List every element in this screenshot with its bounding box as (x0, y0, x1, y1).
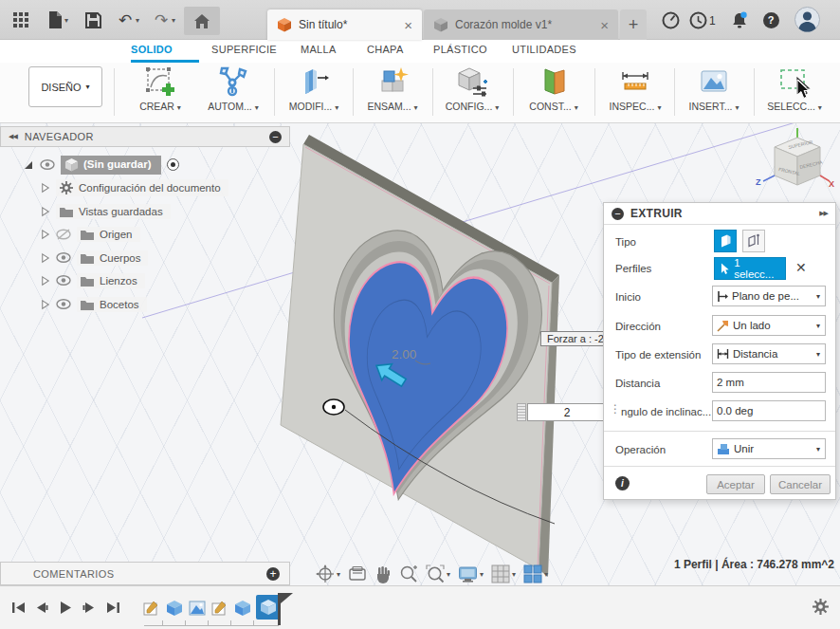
playhead-flag-icon[interactable] (281, 593, 294, 604)
document-tab-inactive[interactable]: Corazón molde v1* × (424, 9, 618, 40)
expand-arrow-icon[interactable] (40, 229, 50, 240)
timeline-feature-extrude-2[interactable] (233, 599, 252, 618)
toolbar-group-construir[interactable]: CONST... ▾ (517, 64, 591, 112)
comments-panel[interactable]: COMENTARIOS + (0, 562, 290, 585)
timeline-feature-sketch-2[interactable] (210, 599, 229, 618)
toolbar-group-configurar[interactable]: CONFIG... ▾ (435, 64, 509, 112)
collapse-dialog-icon[interactable]: − (612, 208, 624, 220)
add-comment-icon[interactable]: + (266, 567, 280, 581)
taper-angle-field[interactable]: 0.0 deg (712, 400, 826, 421)
redo-caret-icon[interactable]: ▾ (172, 16, 175, 25)
timeline-play-button[interactable] (57, 600, 74, 615)
distance-field[interactable]: 2 mm (712, 372, 826, 393)
visibility-eye-icon[interactable] (40, 159, 55, 170)
toolbar-group-crear[interactable]: CREAR ▾ (123, 64, 197, 112)
tree-root-row[interactable]: (Sin guardar) (23, 155, 179, 175)
distance-input-grip[interactable] (517, 403, 526, 421)
file-caret-icon[interactable]: ▾ (64, 16, 68, 25)
toolbar-group-modificar[interactable]: MODIFI... ▾ (277, 64, 351, 112)
tab-solido[interactable]: SOLIDO (131, 44, 173, 55)
new-tab-button[interactable]: + (620, 9, 647, 40)
tree-item-bocetos[interactable]: Bocetos (40, 294, 147, 314)
tab-malla[interactable]: MALLA (301, 44, 337, 55)
design-workspace-selector[interactable]: DISEÑO ▾ (28, 66, 102, 107)
info-icon[interactable]: i (615, 476, 630, 490)
zoom-window-button[interactable]: ▾ (424, 564, 452, 584)
tree-item-lienzos[interactable]: Lienzos (40, 270, 145, 290)
extrude-type-solid-button[interactable] (714, 230, 737, 252)
extent-type-select[interactable]: Distancia ▾ (712, 343, 826, 364)
collapse-panel-icon[interactable]: ◀◀ (9, 133, 17, 140)
close-tab-icon[interactable]: × (404, 18, 412, 32)
timeline-go-end-button[interactable] (104, 600, 121, 615)
zoom-button[interactable] (397, 564, 420, 584)
file-menu-button[interactable] (46, 10, 64, 29)
direction-select[interactable]: Un lado ▾ (712, 315, 826, 336)
grid-snap-button[interactable]: ▾ (489, 564, 518, 584)
extrude-type-thin-button[interactable] (742, 230, 765, 252)
tree-item-configuracion[interactable]: Configuración del documento (40, 177, 228, 197)
distance-value-input[interactable]: 2 (527, 403, 607, 421)
start-select[interactable]: Plano de pe... ▾ (712, 286, 826, 306)
app-grid-menu-icon[interactable] (11, 10, 30, 29)
timeline-step-forward-button[interactable] (81, 600, 98, 615)
toolbar-group-automatizar[interactable]: AUTOM... ▾ (196, 64, 270, 112)
clear-selection-icon[interactable]: ✕ (795, 260, 807, 275)
job-status-button[interactable] (688, 10, 707, 29)
look-at-button[interactable] (346, 564, 369, 583)
user-avatar[interactable] (794, 7, 820, 35)
display-settings-button[interactable]: ▾ (456, 564, 485, 584)
redo-button[interactable]: ↷ (152, 10, 171, 29)
toolbar-group-ensamblar[interactable]: ENSAM... ▾ (356, 64, 429, 112)
timeline-feature-canvas[interactable] (188, 599, 207, 618)
toolbar-group-insertar[interactable]: INSERT... ▾ (677, 64, 751, 112)
visibility-eye-icon[interactable] (56, 299, 71, 309)
tab-utilidades[interactable]: UTILIDADES (512, 44, 576, 55)
drag-handle-icon[interactable]: ⋮ (610, 402, 621, 416)
orbit-button[interactable]: ▾ (314, 564, 342, 584)
minimize-panel-icon[interactable]: − (269, 131, 282, 143)
timeline-step-back-button[interactable] (33, 600, 50, 615)
viewport-canvas[interactable]: 2.00 SUPERIOR FRONTAL DERECHA Z X ◀◀ NAV… (0, 123, 840, 585)
document-tab-active[interactable]: Sin título* × (267, 9, 422, 40)
tree-item-vistas[interactable]: Vistas guardadas (40, 201, 171, 221)
viewcube[interactable]: SUPERIOR FRONTAL DERECHA Z X (754, 126, 835, 198)
pan-button[interactable] (373, 564, 393, 584)
undo-button[interactable]: ↶ (116, 10, 135, 29)
undo-caret-icon[interactable]: ▾ (136, 16, 139, 25)
timeline-go-start-button[interactable] (9, 600, 27, 615)
dock-dialog-icon[interactable]: ▶▶ (819, 210, 828, 217)
expand-arrow-icon[interactable] (40, 252, 50, 264)
expand-arrow-icon[interactable] (23, 159, 34, 171)
operation-select[interactable]: Unir ▾ (712, 438, 826, 459)
toolbar-group-seleccionar[interactable]: SELECC... ▾ (758, 64, 831, 112)
extrude-dialog-header[interactable]: − EXTRUIR ▶▶ (604, 203, 835, 225)
viewports-button[interactable]: ▾ (521, 564, 550, 584)
active-document-radio[interactable] (167, 158, 179, 171)
toolbar-group-inspeccionar[interactable]: INSPEC... ▾ (598, 64, 672, 112)
expand-arrow-icon[interactable] (40, 182, 50, 194)
accept-button[interactable]: Aceptar (706, 474, 765, 494)
visibility-eye-icon[interactable] (56, 275, 71, 286)
notifications-button[interactable] (730, 10, 749, 29)
help-button[interactable]: ? (761, 10, 780, 29)
timeline-feature-extrude-1[interactable] (165, 599, 184, 618)
home-view-button[interactable] (184, 7, 220, 35)
tab-chapa[interactable]: CHAPA (367, 44, 404, 55)
visibility-off-eye-icon[interactable] (56, 229, 71, 240)
extensions-button[interactable] (661, 10, 680, 29)
visibility-eye-icon[interactable] (56, 252, 71, 263)
expand-arrow-icon[interactable] (40, 206, 50, 217)
timeline-settings-button[interactable] (813, 599, 829, 618)
expand-arrow-icon[interactable] (40, 275, 50, 287)
save-button[interactable] (83, 10, 102, 29)
cancel-button[interactable]: Cancelar (770, 474, 831, 494)
tree-item-origen[interactable]: Origen (40, 224, 140, 244)
timeline-feature-sketch-1[interactable] (142, 599, 161, 618)
profiles-selection-button[interactable]: 1 selecc... (714, 257, 786, 280)
tab-superficie[interactable]: SUPERFICIE (211, 44, 277, 55)
root-document-chip[interactable]: (Sin guardar) (61, 156, 161, 175)
tree-item-cuerpos[interactable]: Cuerpos (40, 248, 148, 268)
expand-arrow-icon[interactable] (40, 299, 50, 310)
close-tab-icon[interactable]: × (600, 18, 609, 32)
